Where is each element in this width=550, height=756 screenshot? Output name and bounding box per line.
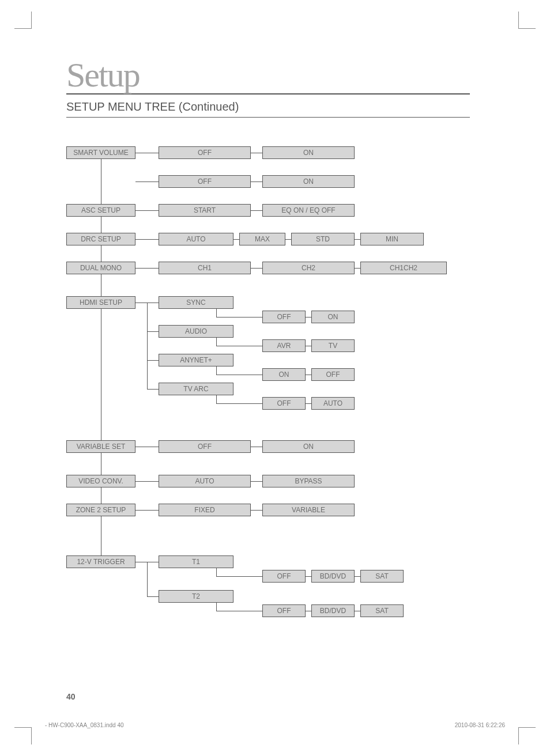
menu-zone2-setup: ZONE 2 SETUP — [66, 504, 135, 516]
crop-mark — [14, 727, 32, 744]
option-box: MAX — [239, 233, 285, 245]
connector — [216, 309, 217, 317]
option-box: BD/DVD — [311, 570, 355, 583]
connector — [251, 153, 262, 153]
submenu-anynet: ANYNET+ — [159, 354, 233, 366]
connector — [306, 317, 311, 317]
submenu-tvarc: TV ARC — [159, 383, 233, 395]
connector — [355, 239, 360, 240]
option-box: FIXED — [159, 504, 251, 516]
connector — [135, 303, 147, 303]
section-subtitle: SETUP MENU TREE (Continued) — [66, 100, 470, 118]
page-title: Setup — [66, 58, 470, 94]
connector — [216, 366, 217, 375]
option-box: OFF — [311, 368, 355, 381]
option-box: STD — [291, 233, 355, 245]
connector — [147, 562, 148, 596]
connector — [251, 268, 262, 269]
connector — [355, 611, 360, 611]
connector — [147, 596, 159, 597]
option-box: AUTO — [159, 475, 251, 487]
submenu-t1: T1 — [159, 555, 233, 568]
connector — [147, 389, 159, 390]
crop-mark — [14, 12, 32, 29]
connector — [355, 576, 360, 577]
connector — [306, 346, 311, 346]
option-box: OFF — [262, 604, 306, 617]
option-box: ON — [262, 175, 355, 188]
crop-mark — [518, 12, 536, 29]
menu-hdmi-setup: HDMI SETUP — [66, 296, 135, 309]
option-box: OFF — [262, 397, 306, 410]
option-box: OFF — [262, 570, 306, 583]
option-box: AUTO — [311, 397, 355, 410]
connector — [216, 603, 217, 611]
menu-asc-setup: ASC SETUP — [66, 204, 135, 217]
option-box: CH2 — [262, 262, 355, 274]
footer-timestamp: 2010-08-31 6:22:26 — [455, 722, 505, 728]
option-box: CH1CH2 — [360, 262, 447, 274]
menu-dual-mono: DUAL MONO — [66, 262, 135, 274]
crop-mark — [518, 727, 536, 744]
connector — [135, 481, 159, 482]
submenu-t2: T2 — [159, 590, 233, 603]
submenu-audio: AUDIO — [159, 325, 233, 338]
option-box: CH1 — [159, 262, 251, 274]
connector — [216, 568, 217, 576]
option-box: OFF — [159, 175, 251, 188]
connector — [147, 360, 159, 361]
connector — [251, 447, 262, 447]
menu-12v-trigger: 12-V TRIGGER — [66, 555, 135, 568]
connector — [147, 303, 148, 389]
connector — [135, 268, 159, 269]
connector — [285, 239, 291, 240]
connector — [216, 576, 262, 577]
menu-tree-diagram: MP3 ENHANCER OFF ON SMART VOLUME OFF ON … — [66, 146, 470, 625]
connector — [216, 403, 262, 404]
option-box: TV — [311, 339, 355, 352]
option-box: VARIABLE — [262, 504, 355, 516]
connector — [216, 611, 262, 611]
option-box: START — [159, 204, 251, 217]
option-box: OFF — [262, 311, 306, 323]
connector — [135, 210, 159, 211]
connector — [251, 182, 262, 182]
option-box: EQ ON / EQ OFF — [262, 204, 355, 217]
option-box: SAT — [360, 604, 404, 617]
submenu-sync: SYNC — [159, 296, 233, 309]
option-box: OFF — [159, 440, 251, 453]
menu-variable-set: VARIABLE SET — [66, 440, 135, 453]
option-box: OFF — [159, 146, 251, 159]
option-box: BYPASS — [262, 475, 355, 487]
connector — [306, 375, 311, 375]
connector — [147, 303, 159, 303]
connector — [135, 239, 159, 240]
page-number: 40 — [66, 692, 76, 701]
connector — [251, 210, 262, 211]
connector — [216, 346, 262, 346]
connector — [135, 510, 159, 511]
connector — [306, 403, 311, 404]
menu-smart-volume: SMART VOLUME — [66, 146, 135, 159]
connector — [216, 375, 262, 375]
option-box: AVR — [262, 339, 306, 352]
connector — [147, 331, 159, 332]
connector — [147, 562, 159, 562]
connector — [135, 447, 159, 447]
option-box: ON — [262, 146, 355, 159]
menu-video-conv: VIDEO CONV. — [66, 475, 135, 487]
footer-file-info: - HW-C900-XAA_0831.indd 40 — [45, 722, 124, 728]
connector — [251, 481, 262, 482]
option-box: SAT — [360, 570, 404, 583]
connector — [135, 562, 147, 562]
menu-drc-setup: DRC SETUP — [66, 233, 135, 245]
option-box: ON — [262, 440, 355, 453]
connector — [216, 395, 217, 403]
option-box: BD/DVD — [311, 604, 355, 617]
connector — [216, 338, 217, 346]
option-box: ON — [262, 368, 306, 381]
option-box: MIN — [360, 233, 424, 245]
connector — [251, 510, 262, 511]
option-box: AUTO — [159, 233, 233, 245]
option-box: ON — [311, 311, 355, 323]
